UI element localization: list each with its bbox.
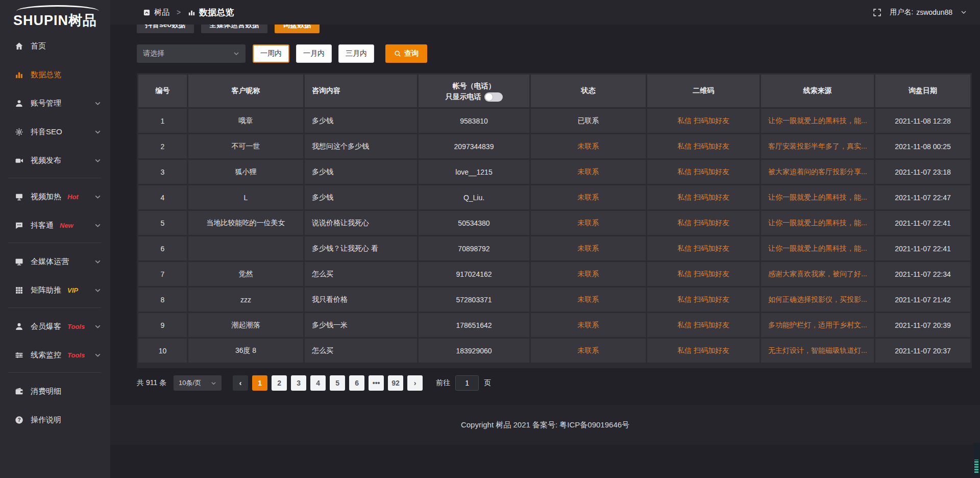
- cell-account: 917024162: [419, 262, 529, 286]
- cell-source-link[interactable]: 让你一眼就爱上的黑科技，能...: [761, 185, 874, 209]
- cell-qrcode-links[interactable]: 私信 扫码加好友: [647, 134, 760, 158]
- cell-source-link[interactable]: 客厅安装投影半年多了，真实...: [761, 134, 874, 158]
- range-button-0[interactable]: 一周内: [253, 44, 289, 63]
- copyright-text: Copyright 树品 2021 备案号: 粤ICP备09019646号: [461, 420, 629, 430]
- goto-page-input[interactable]: [455, 375, 479, 391]
- corner-widget[interactable]: [973, 443, 980, 475]
- page-size-value: 10条/页: [179, 378, 201, 388]
- page-button-2[interactable]: 2: [272, 375, 287, 391]
- page-button-3[interactable]: 3: [291, 375, 306, 391]
- page-button-92[interactable]: 92: [388, 375, 403, 391]
- sidebar-item-label: 数据总览: [31, 70, 61, 80]
- sidebar-item-12[interactable]: ? 操作说明: [0, 409, 110, 431]
- sidebar-item-4[interactable]: 视频发布: [0, 149, 110, 172]
- cell-content: 多少钱一米: [305, 313, 417, 337]
- cell-source-link[interactable]: 让你一眼就爱上的黑科技，能...: [761, 236, 874, 260]
- page-button-1[interactable]: 1: [252, 375, 267, 391]
- table-row: 6 多少钱？让我死心 看 70898792 未联系 私信 扫码加好友 让你一眼就…: [138, 236, 970, 260]
- cell-qrcode-links[interactable]: 私信 扫码加好友: [647, 211, 760, 235]
- cell-date: 2021-11-07 20:37: [875, 339, 970, 363]
- sidebar-item-6[interactable]: 抖客通 New: [0, 214, 110, 236]
- page-button-5[interactable]: 5: [330, 375, 345, 391]
- page-buttons: ‹ 123456•••92 ›: [233, 375, 423, 391]
- col-header-content: 咨询内容: [305, 75, 417, 107]
- sidebar-item-label: 视频加热: [31, 192, 61, 202]
- username[interactable]: zswodun88: [916, 8, 952, 16]
- footer: Copyright 树品 2021 备案号: 粤ICP备09019646号: [110, 405, 980, 445]
- topbar: 树品 > 数据总览 用户名: zswodun88: [110, 0, 980, 25]
- pagination: 共 911 条 10条/页 ‹ 123456•••92 › 前往 页: [137, 375, 972, 391]
- page-button-•••[interactable]: •••: [369, 375, 384, 391]
- cell-date: 2021-11-08 00:25: [875, 134, 970, 158]
- cell-id: 2: [138, 134, 187, 158]
- grid-icon: [14, 285, 23, 295]
- sidebar-item-3[interactable]: 抖音SEO: [0, 121, 110, 143]
- sliders-icon: [14, 350, 23, 360]
- next-page-button[interactable]: ›: [407, 375, 423, 391]
- breadcrumb-root[interactable]: 树品: [154, 8, 169, 17]
- fullscreen-icon[interactable]: [873, 8, 881, 17]
- cell-status: 未联系: [531, 262, 646, 286]
- cell-account: 70898792: [419, 236, 529, 260]
- sidebar-item-2[interactable]: 账号管理: [0, 92, 110, 114]
- sidebar-divider: [8, 243, 101, 243]
- cell-id: 8: [138, 288, 187, 312]
- table-row: 10 36度 8 怎么买 183929060 未联系 私信 扫码加好友 无主灯设…: [138, 339, 970, 363]
- cell-source-link[interactable]: 让你一眼就爱上的黑科技，能...: [761, 211, 874, 235]
- sidebar-nav: 首页 数据总览 账号管理 抖音SEO 视频发布 视频加热 Hot 抖客通 New…: [0, 31, 110, 431]
- main-content: 抖音seo数据全媒体运营数据询盘数据 请选择 一周内一月内三月内 查询 编号: [110, 0, 980, 445]
- page-button-6[interactable]: 6: [349, 375, 364, 391]
- cell-qrcode-links[interactable]: 私信 扫码加好友: [647, 262, 760, 286]
- sidebar-item-badge: Hot: [67, 193, 79, 201]
- chevron-down-icon[interactable]: [961, 9, 967, 15]
- sidebar-item-9[interactable]: 会员爆客 Tools: [0, 315, 110, 338]
- cell-source-link[interactable]: 被大家追着问的客厅投影分享...: [761, 160, 874, 184]
- prev-page-button[interactable]: ‹: [233, 375, 248, 391]
- sidebar-item-8[interactable]: 矩阵助推 VIP: [0, 279, 110, 301]
- cell-qrcode-links[interactable]: 私信 扫码加好友: [647, 313, 760, 337]
- cell-qrcode-links[interactable]: 私信 扫码加好友: [647, 160, 760, 184]
- board-icon: [143, 9, 151, 16]
- cell-source-link[interactable]: 让你一眼就爱上的黑科技，能...: [761, 109, 874, 133]
- cell-qrcode-links[interactable]: 私信 扫码加好友: [647, 185, 760, 209]
- sidebar-item-1[interactable]: 数据总览: [0, 63, 110, 86]
- bar-chart-icon: [14, 70, 23, 79]
- range-button-2[interactable]: 三月内: [338, 44, 374, 63]
- cell-date: 2021-11-07 22:47: [875, 185, 970, 209]
- sidebar-item-11[interactable]: 消费明细: [0, 380, 110, 402]
- cell-qrcode-links[interactable]: 私信 扫码加好友: [647, 339, 760, 363]
- cell-id: 5: [138, 211, 187, 235]
- cell-content: 多少钱: [305, 109, 417, 133]
- table-row: 4 L 多少钱 Q_Liu. 未联系 私信 扫码加好友 让你一眼就爱上的黑科技，…: [138, 185, 970, 209]
- cell-qrcode-links[interactable]: 私信 扫码加好友: [647, 109, 760, 133]
- cell-source-link[interactable]: 多功能护栏灯，适用于乡村文...: [761, 313, 874, 337]
- page-size-select[interactable]: 10条/页: [174, 375, 222, 391]
- sidebar-item-0[interactable]: 首页: [0, 35, 110, 57]
- sidebar-divider: [8, 372, 101, 373]
- cell-source-link[interactable]: 如何正确选择投影仪，买投影...: [761, 288, 874, 312]
- col-header-status: 状态: [531, 75, 646, 107]
- wallet-icon: [14, 387, 23, 396]
- search-button[interactable]: 查询: [385, 44, 427, 63]
- filter-select[interactable]: 请选择: [137, 44, 246, 63]
- phone-only-toggle[interactable]: [484, 92, 503, 102]
- cell-status: 未联系: [531, 211, 646, 235]
- col-header-id: 编号: [138, 75, 187, 107]
- sidebar-item-5[interactable]: 视频加热 Hot: [0, 185, 110, 208]
- cell-nickname: [188, 236, 303, 260]
- range-button-1[interactable]: 一月内: [296, 44, 332, 63]
- cell-id: 1: [138, 109, 187, 133]
- goto-page: 前往 页: [436, 375, 491, 391]
- table-row: 7 觉然 怎么买 917024162 未联系 私信 扫码加好友 感谢大家喜欢我家…: [138, 262, 970, 286]
- sidebar-item-7[interactable]: 全媒体运营: [0, 250, 110, 273]
- cell-status: 未联系: [531, 236, 646, 260]
- cell-qrcode-links[interactable]: 私信 扫码加好友: [647, 288, 760, 312]
- cell-nickname: 潮起潮落: [188, 313, 303, 337]
- inquiry-table: 编号 客户昵称 咨询内容 帐号（电话） 只显示电话 状态 二维码 线索来源 询盘…: [137, 73, 972, 368]
- sidebar-item-10[interactable]: 线索监控 Tools: [0, 344, 110, 366]
- cell-source-link[interactable]: 无主灯设计，智能磁吸轨道灯...: [761, 339, 874, 363]
- cell-status: 未联系: [531, 288, 646, 312]
- cell-source-link[interactable]: 感谢大家喜欢我家，被问了好...: [761, 262, 874, 286]
- page-button-4[interactable]: 4: [310, 375, 326, 391]
- cell-qrcode-links[interactable]: 私信 扫码加好友: [647, 236, 760, 260]
